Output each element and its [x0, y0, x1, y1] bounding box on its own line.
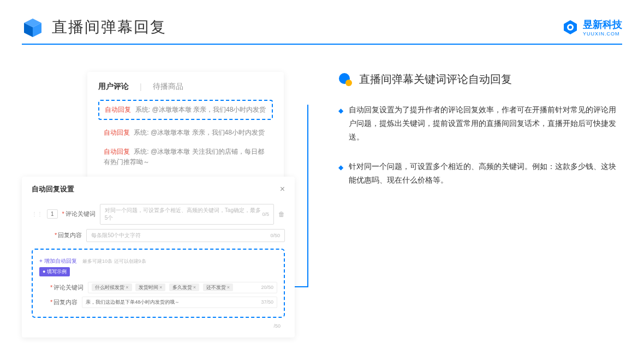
- keyword-input[interactable]: 对同一个问题，可设置多个相近、高频的关键词，Tag确定，最多5个 0/5: [100, 204, 274, 225]
- page-title: 直播间弹幕回复: [52, 17, 166, 38]
- row-number: 1: [47, 209, 58, 219]
- system-label: 系统:: [134, 129, 148, 136]
- comments-card: 用户评论 | 待播商品 自动回复 系统: @冰墩墩本墩 亲亲，我们48小时内发货…: [87, 72, 284, 182]
- tabs: 用户评论 | 待播商品: [98, 82, 273, 92]
- trash-icon[interactable]: 🗑: [278, 210, 285, 218]
- content-input[interactable]: 每条限50个中文字符 0/50: [86, 229, 285, 242]
- form-row-keyword: ⋮⋮ 1 *评论关键词 对同一个问题，可设置多个相近、高频的关键词，Tag确定，…: [32, 204, 285, 225]
- tab-user-comments[interactable]: 用户评论: [98, 82, 129, 92]
- comment-row: 自动回复 系统: @冰墩墩本墩 关注我们的店铺，每日都有热门推荐呦～: [98, 142, 273, 172]
- add-auto-reply-row: + 增加自动回复 最多可建10条 还可以创建9条: [39, 255, 277, 265]
- system-label: 系统:: [135, 106, 150, 113]
- settings-card: 自动回复设置 × ⋮⋮ 1 *评论关键词 对同一个问题，可设置多个相近、高频的关…: [22, 177, 295, 337]
- logo-subtext: YUUXIN.COM: [583, 31, 622, 37]
- form-row-content: *回复内容 每条限50个中文字符 0/50: [32, 229, 285, 242]
- comment-row: 自动回复 系统: @冰墩墩本墩 亲亲，我们48小时内发货: [98, 123, 273, 142]
- left-column: 用户评论 | 待播商品 自动回复 系统: @冰墩墩本墩 亲亲，我们48小时内发货…: [22, 72, 295, 337]
- right-column: 直播间弹幕关键词评论自动回复 ◆ 自动回复设置为了提升作者的评论回复效率，作者可…: [327, 72, 622, 337]
- content: 用户评论 | 待播商品 自动回复 系统: @冰墩墩本墩 亲亲，我们48小时内发货…: [0, 45, 644, 354]
- char-count: 20/50: [261, 285, 273, 290]
- auto-reply-tag: 自动回复: [105, 106, 131, 113]
- tab-pending-products[interactable]: 待播商品: [153, 82, 183, 92]
- example-content-value: 亲，我们这边都是下单48小时内发货的哦～: [86, 299, 180, 306]
- bullet-text: 针对同一个问题，可设置多个相近的、高频的关键词。例如：这款多少钱、这块能优惠吗、…: [349, 160, 622, 187]
- settings-header: 自动回复设置 ×: [32, 184, 285, 200]
- comment-text: @冰墩墩本墩 亲亲，我们48小时内发货: [151, 129, 265, 136]
- content-label: *回复内容: [55, 231, 82, 239]
- add-hint: 最多可建10条 还可以创建9条: [82, 258, 146, 264]
- diamond-icon: ◆: [338, 105, 343, 144]
- tag-item: 发货时间×: [135, 283, 165, 291]
- logo-right: 昱新科技 YUUXIN.COM: [562, 18, 622, 37]
- logo-icon: [562, 19, 579, 35]
- example-content-input[interactable]: 亲，我们这边都是下单48小时内发货的哦～ 37/50: [82, 297, 277, 308]
- example-keyword-label: *评论关键词: [50, 283, 84, 292]
- header: 直播间弹幕回复 昱新科技 YUUXIN.COM: [0, 0, 644, 44]
- close-icon[interactable]: ×: [280, 184, 285, 194]
- svg-point-6: [345, 80, 352, 86]
- char-count: 0/50: [270, 233, 280, 238]
- settings-title: 自动回复设置: [32, 184, 74, 194]
- cube-icon: [22, 16, 44, 38]
- highlighted-comment: 自动回复 系统: @冰墩墩本墩 亲亲，我们48小时内发货: [98, 100, 273, 120]
- example-content-label: *回复内容: [50, 298, 77, 306]
- example-keyword-row: *评论关键词 什么时候发货× 发货时间× 多久发货× 还不发货× 20/50: [39, 282, 277, 293]
- trailing-count: /50: [273, 323, 281, 329]
- system-label: 系统:: [134, 148, 148, 155]
- tag-item: 还不发货×: [203, 283, 233, 291]
- section-title-text: 直播间弹幕关键词评论自动回复: [359, 72, 512, 87]
- section-title-row: 直播间弹幕关键词评论自动回复: [338, 72, 622, 87]
- tab-divider: |: [140, 82, 142, 91]
- drag-handle-icon[interactable]: ⋮⋮: [32, 211, 43, 217]
- comment-text: @冰墩墩本墩 亲亲，我们48小时内发货: [152, 106, 266, 113]
- tag-item: 多久发货×: [169, 283, 199, 291]
- bullet-item: ◆ 针对同一个问题，可设置多个相近的、高频的关键词。例如：这款多少钱、这块能优惠…: [338, 160, 622, 187]
- example-block: + 增加自动回复 最多可建10条 还可以创建9条 ● 填写示例 *评论关键词 什…: [32, 249, 285, 318]
- example-content-row: *回复内容 亲，我们这边都是下单48小时内发货的哦～ 37/50: [39, 297, 277, 308]
- char-count: 0/5: [262, 212, 269, 217]
- placeholder-text: 每条限50个中文字符: [91, 232, 141, 239]
- logo-text: 昱新科技: [583, 19, 622, 30]
- bullet-item: ◆ 自动回复设置为了提升作者的评论回复效率，作者可在开播前针对常见的评论用户问题…: [338, 103, 622, 144]
- add-auto-reply-link[interactable]: + 增加自动回复: [39, 258, 77, 264]
- example-keyword-input[interactable]: 什么时候发货× 发货时间× 多久发货× 还不发货× 20/50: [88, 282, 277, 293]
- chat-bubble-icon: [338, 73, 353, 87]
- header-left: 直播间弹幕回复: [22, 16, 166, 38]
- placeholder-text: 对同一个问题，可设置多个相近、高频的关键词，Tag确定，最多5个: [105, 207, 263, 222]
- bullet-text: 自动回复设置为了提升作者的评论回复效率，作者可在开播前针对常见的评论用户问题，提…: [349, 103, 622, 144]
- keyword-label: *评论关键词: [62, 210, 96, 218]
- char-count: 37/50: [261, 299, 273, 305]
- auto-reply-tag: 自动回复: [104, 129, 130, 136]
- diamond-icon: ◆: [338, 162, 343, 187]
- auto-reply-tag: 自动回复: [104, 148, 130, 155]
- example-label: ● 填写示例: [39, 267, 70, 276]
- tag-item: 什么时候发货×: [92, 283, 132, 291]
- svg-point-4: [569, 26, 572, 29]
